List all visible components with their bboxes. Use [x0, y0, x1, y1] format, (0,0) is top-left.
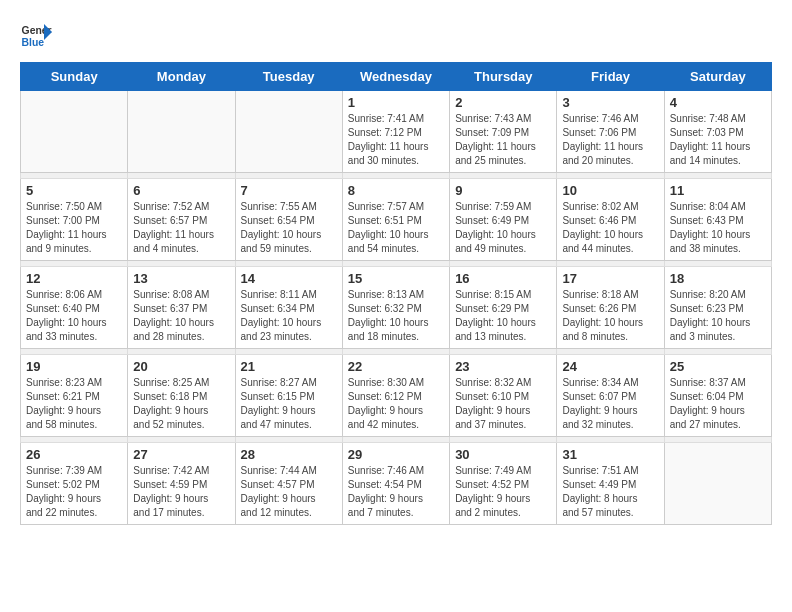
day-number: 15 — [348, 271, 444, 286]
day-info: Sunrise: 8:34 AM Sunset: 6:07 PM Dayligh… — [562, 376, 658, 432]
day-number: 4 — [670, 95, 766, 110]
day-info: Sunrise: 8:04 AM Sunset: 6:43 PM Dayligh… — [670, 200, 766, 256]
day-cell: 29Sunrise: 7:46 AM Sunset: 4:54 PM Dayli… — [342, 443, 449, 525]
day-info: Sunrise: 8:08 AM Sunset: 6:37 PM Dayligh… — [133, 288, 229, 344]
day-info: Sunrise: 7:39 AM Sunset: 5:02 PM Dayligh… — [26, 464, 122, 520]
day-cell — [21, 91, 128, 173]
day-number: 11 — [670, 183, 766, 198]
day-info: Sunrise: 7:44 AM Sunset: 4:57 PM Dayligh… — [241, 464, 337, 520]
day-cell: 14Sunrise: 8:11 AM Sunset: 6:34 PM Dayli… — [235, 267, 342, 349]
day-cell: 1Sunrise: 7:41 AM Sunset: 7:12 PM Daylig… — [342, 91, 449, 173]
day-cell: 11Sunrise: 8:04 AM Sunset: 6:43 PM Dayli… — [664, 179, 771, 261]
logo-icon: General Blue — [20, 20, 52, 52]
day-cell: 19Sunrise: 8:23 AM Sunset: 6:21 PM Dayli… — [21, 355, 128, 437]
day-info: Sunrise: 7:46 AM Sunset: 7:06 PM Dayligh… — [562, 112, 658, 168]
day-cell: 13Sunrise: 8:08 AM Sunset: 6:37 PM Dayli… — [128, 267, 235, 349]
day-number: 23 — [455, 359, 551, 374]
day-cell: 30Sunrise: 7:49 AM Sunset: 4:52 PM Dayli… — [450, 443, 557, 525]
weekday-header-wednesday: Wednesday — [342, 63, 449, 91]
day-number: 27 — [133, 447, 229, 462]
day-cell: 22Sunrise: 8:30 AM Sunset: 6:12 PM Dayli… — [342, 355, 449, 437]
day-cell: 23Sunrise: 8:32 AM Sunset: 6:10 PM Dayli… — [450, 355, 557, 437]
day-number: 26 — [26, 447, 122, 462]
day-info: Sunrise: 7:48 AM Sunset: 7:03 PM Dayligh… — [670, 112, 766, 168]
day-info: Sunrise: 8:32 AM Sunset: 6:10 PM Dayligh… — [455, 376, 551, 432]
day-number: 14 — [241, 271, 337, 286]
day-number: 31 — [562, 447, 658, 462]
week-row-5: 26Sunrise: 7:39 AM Sunset: 5:02 PM Dayli… — [21, 443, 772, 525]
day-cell: 4Sunrise: 7:48 AM Sunset: 7:03 PM Daylig… — [664, 91, 771, 173]
day-info: Sunrise: 8:06 AM Sunset: 6:40 PM Dayligh… — [26, 288, 122, 344]
day-info: Sunrise: 8:23 AM Sunset: 6:21 PM Dayligh… — [26, 376, 122, 432]
weekday-header-monday: Monday — [128, 63, 235, 91]
day-info: Sunrise: 7:41 AM Sunset: 7:12 PM Dayligh… — [348, 112, 444, 168]
day-number: 8 — [348, 183, 444, 198]
day-cell — [664, 443, 771, 525]
weekday-header-thursday: Thursday — [450, 63, 557, 91]
day-number: 2 — [455, 95, 551, 110]
day-number: 28 — [241, 447, 337, 462]
day-cell: 2Sunrise: 7:43 AM Sunset: 7:09 PM Daylig… — [450, 91, 557, 173]
day-cell: 8Sunrise: 7:57 AM Sunset: 6:51 PM Daylig… — [342, 179, 449, 261]
day-info: Sunrise: 7:50 AM Sunset: 7:00 PM Dayligh… — [26, 200, 122, 256]
day-info: Sunrise: 8:15 AM Sunset: 6:29 PM Dayligh… — [455, 288, 551, 344]
day-info: Sunrise: 7:59 AM Sunset: 6:49 PM Dayligh… — [455, 200, 551, 256]
day-cell: 17Sunrise: 8:18 AM Sunset: 6:26 PM Dayli… — [557, 267, 664, 349]
day-number: 12 — [26, 271, 122, 286]
day-info: Sunrise: 7:46 AM Sunset: 4:54 PM Dayligh… — [348, 464, 444, 520]
weekday-header-sunday: Sunday — [21, 63, 128, 91]
day-cell: 3Sunrise: 7:46 AM Sunset: 7:06 PM Daylig… — [557, 91, 664, 173]
day-cell: 31Sunrise: 7:51 AM Sunset: 4:49 PM Dayli… — [557, 443, 664, 525]
day-info: Sunrise: 8:30 AM Sunset: 6:12 PM Dayligh… — [348, 376, 444, 432]
day-info: Sunrise: 7:52 AM Sunset: 6:57 PM Dayligh… — [133, 200, 229, 256]
day-cell: 7Sunrise: 7:55 AM Sunset: 6:54 PM Daylig… — [235, 179, 342, 261]
weekday-header-tuesday: Tuesday — [235, 63, 342, 91]
week-row-3: 12Sunrise: 8:06 AM Sunset: 6:40 PM Dayli… — [21, 267, 772, 349]
day-cell: 18Sunrise: 8:20 AM Sunset: 6:23 PM Dayli… — [664, 267, 771, 349]
day-info: Sunrise: 8:20 AM Sunset: 6:23 PM Dayligh… — [670, 288, 766, 344]
day-cell: 21Sunrise: 8:27 AM Sunset: 6:15 PM Dayli… — [235, 355, 342, 437]
day-info: Sunrise: 8:13 AM Sunset: 6:32 PM Dayligh… — [348, 288, 444, 344]
day-number: 30 — [455, 447, 551, 462]
day-info: Sunrise: 8:18 AM Sunset: 6:26 PM Dayligh… — [562, 288, 658, 344]
day-cell: 10Sunrise: 8:02 AM Sunset: 6:46 PM Dayli… — [557, 179, 664, 261]
day-cell: 27Sunrise: 7:42 AM Sunset: 4:59 PM Dayli… — [128, 443, 235, 525]
day-number: 9 — [455, 183, 551, 198]
day-number: 7 — [241, 183, 337, 198]
day-cell: 12Sunrise: 8:06 AM Sunset: 6:40 PM Dayli… — [21, 267, 128, 349]
week-row-4: 19Sunrise: 8:23 AM Sunset: 6:21 PM Dayli… — [21, 355, 772, 437]
page-header: General Blue — [20, 20, 772, 52]
day-cell: 24Sunrise: 8:34 AM Sunset: 6:07 PM Dayli… — [557, 355, 664, 437]
day-number: 13 — [133, 271, 229, 286]
day-info: Sunrise: 7:42 AM Sunset: 4:59 PM Dayligh… — [133, 464, 229, 520]
day-cell: 15Sunrise: 8:13 AM Sunset: 6:32 PM Dayli… — [342, 267, 449, 349]
day-cell: 9Sunrise: 7:59 AM Sunset: 6:49 PM Daylig… — [450, 179, 557, 261]
day-number: 5 — [26, 183, 122, 198]
calendar-table: SundayMondayTuesdayWednesdayThursdayFrid… — [20, 62, 772, 525]
day-info: Sunrise: 8:11 AM Sunset: 6:34 PM Dayligh… — [241, 288, 337, 344]
day-number: 24 — [562, 359, 658, 374]
day-info: Sunrise: 7:57 AM Sunset: 6:51 PM Dayligh… — [348, 200, 444, 256]
day-info: Sunrise: 8:25 AM Sunset: 6:18 PM Dayligh… — [133, 376, 229, 432]
day-cell: 26Sunrise: 7:39 AM Sunset: 5:02 PM Dayli… — [21, 443, 128, 525]
day-number: 22 — [348, 359, 444, 374]
day-cell: 28Sunrise: 7:44 AM Sunset: 4:57 PM Dayli… — [235, 443, 342, 525]
svg-text:Blue: Blue — [22, 37, 45, 48]
week-row-2: 5Sunrise: 7:50 AM Sunset: 7:00 PM Daylig… — [21, 179, 772, 261]
day-info: Sunrise: 7:51 AM Sunset: 4:49 PM Dayligh… — [562, 464, 658, 520]
day-info: Sunrise: 8:37 AM Sunset: 6:04 PM Dayligh… — [670, 376, 766, 432]
day-cell: 16Sunrise: 8:15 AM Sunset: 6:29 PM Dayli… — [450, 267, 557, 349]
day-info: Sunrise: 7:55 AM Sunset: 6:54 PM Dayligh… — [241, 200, 337, 256]
day-number: 21 — [241, 359, 337, 374]
day-number: 19 — [26, 359, 122, 374]
day-cell: 6Sunrise: 7:52 AM Sunset: 6:57 PM Daylig… — [128, 179, 235, 261]
day-cell — [235, 91, 342, 173]
day-info: Sunrise: 8:27 AM Sunset: 6:15 PM Dayligh… — [241, 376, 337, 432]
weekday-header-row: SundayMondayTuesdayWednesdayThursdayFrid… — [21, 63, 772, 91]
day-number: 1 — [348, 95, 444, 110]
day-cell: 25Sunrise: 8:37 AM Sunset: 6:04 PM Dayli… — [664, 355, 771, 437]
day-number: 3 — [562, 95, 658, 110]
day-cell: 20Sunrise: 8:25 AM Sunset: 6:18 PM Dayli… — [128, 355, 235, 437]
day-cell — [128, 91, 235, 173]
day-number: 17 — [562, 271, 658, 286]
